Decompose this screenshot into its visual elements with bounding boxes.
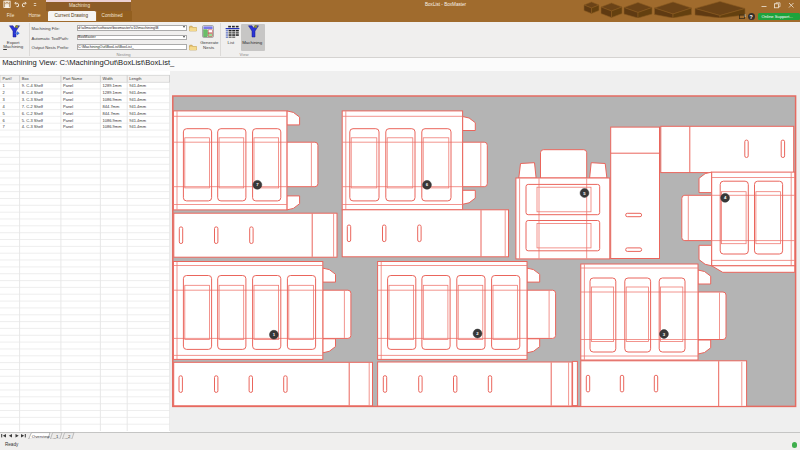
svg-text:Panel: Panel (63, 104, 73, 109)
svg-text:Panel: Panel (63, 125, 73, 130)
svg-text:941.4mm: 941.4mm (129, 118, 146, 123)
svg-text:Panel: Panel (63, 84, 73, 89)
svg-text:844.7mm: 844.7mm (103, 111, 120, 116)
svg-text:Width: Width (103, 77, 113, 82)
svg-text:4: 4 (3, 104, 6, 109)
svg-text:Overview: Overview (32, 433, 51, 438)
svg-text:941.4mm: 941.4mm (129, 111, 146, 116)
svg-text:1: 1 (3, 84, 6, 89)
svg-text:Panel: Panel (63, 118, 73, 123)
svg-text:Panel: Panel (63, 97, 73, 102)
svg-text:941.4mm: 941.4mm (129, 125, 146, 130)
svg-text:844.7mm: 844.7mm (103, 104, 120, 109)
svg-text:_1: _1 (53, 433, 59, 438)
svg-text:5. C-3 Shelf: 5. C-3 Shelf (22, 118, 44, 123)
svg-text:3. C-3 Shelf: 3. C-3 Shelf (22, 97, 44, 102)
svg-text:1289.1mm: 1289.1mm (103, 90, 123, 95)
svg-text:5: 5 (3, 111, 6, 116)
svg-text:941.4mm: 941.4mm (129, 97, 146, 102)
svg-text:4. C-3 Shelf: 4. C-3 Shelf (22, 125, 44, 130)
svg-text:2: 2 (3, 90, 6, 95)
svg-text:1086.9mm: 1086.9mm (103, 97, 123, 102)
svg-text:_2: _2 (65, 433, 71, 438)
svg-text:Panel: Panel (63, 111, 73, 116)
svg-text:6: 6 (3, 118, 6, 123)
svg-text:7. C-2 Shelf: 7. C-2 Shelf (22, 104, 44, 109)
svg-text:Panel: Panel (63, 90, 73, 95)
svg-text:9. C-4 Shelf: 9. C-4 Shelf (22, 84, 44, 89)
svg-text:1289.1mm: 1289.1mm (103, 84, 123, 89)
svg-text:941.4mm: 941.4mm (129, 84, 146, 89)
svg-text:8. C-4 Shelf: 8. C-4 Shelf (22, 90, 44, 95)
svg-text:7: 7 (3, 125, 6, 130)
svg-text:3: 3 (3, 97, 6, 102)
svg-text:Part Name: Part Name (63, 77, 83, 82)
svg-text:941.4mm: 941.4mm (129, 90, 146, 95)
svg-text:6. C-2 Shelf: 6. C-2 Shelf (22, 111, 44, 116)
svg-text:0: 0 (744, 14, 745, 18)
svg-text:Part#: Part# (3, 77, 13, 82)
svg-text:1086.9mm: 1086.9mm (103, 118, 123, 123)
svg-text:Length: Length (129, 77, 141, 82)
svg-text:941.4mm: 941.4mm (129, 104, 146, 109)
svg-text:Box: Box (22, 77, 29, 82)
svg-text:1086.9mm: 1086.9mm (103, 125, 123, 130)
